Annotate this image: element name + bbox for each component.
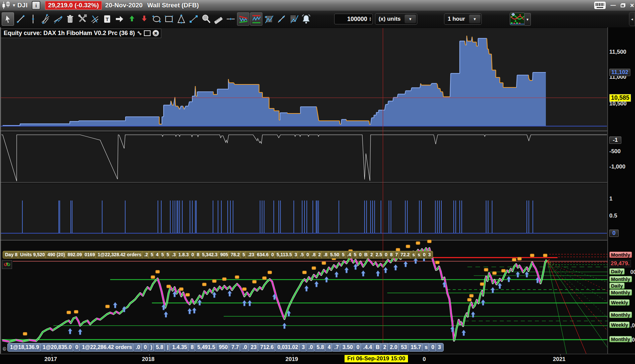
order-label-badge[interactable]: 5,342.3 [200,251,220,259]
units-dropdown[interactable]: (x) units ▼ [375,13,417,25]
year-tick [560,354,561,356]
order-label-badge[interactable]: 3 [426,251,433,259]
tool-text-button[interactable]: T [101,13,113,25]
info-icon[interactable]: i [32,1,40,10]
order-label-badge[interactable]: 892.09 [65,251,84,259]
position-label-badge[interactable]: 1@18,136.9 [7,343,42,352]
timeframe-dropdown-arrow-icon[interactable]: ▼ [469,15,480,23]
channel-icon [53,14,63,24]
chart-stage[interactable]: Equity curve: DAX 1h FiboHam V0.2 Prc (3… [0,27,635,354]
tool-channel-button[interactable] [52,13,63,25]
order-label-badge[interactable]: 1@22,328.42 orders [95,251,144,259]
tool-arrow-right-button[interactable] [114,13,125,25]
tool-vertical-line-button[interactable] [27,13,39,25]
wrench-settings-icon[interactable]: 🔧︎ [137,30,142,36]
chart-canvas[interactable] [0,27,635,354]
quantity-input[interactable] [335,15,368,23]
position-label-badge[interactable]: 950 [216,343,230,352]
chart-style-button[interactable]: ▼ [510,13,525,25]
units-dropdown-value: (x) units [379,16,401,22]
tool-fan-lines-button[interactable] [39,13,51,25]
tool-trend-line-button[interactable] [15,13,26,25]
timeframe-dropdown-value: 1 hour [448,16,465,22]
tool-pattern-bearish-button[interactable] [237,12,249,26]
units-dropdown-arrow-icon[interactable]: ▼ [405,15,416,23]
market-name: Wall Street (DFB) [147,2,199,9]
text-icon: T [102,14,112,24]
trend-line-icon [16,14,26,24]
tool-horizontal-line-button[interactable] [225,13,236,25]
tool-alert-button[interactable] [300,13,312,25]
rectangle-icon [164,14,174,24]
keyboard-icon[interactable] [594,2,606,9]
tool-line-segment-button[interactable] [275,13,287,25]
tool-triangle-button[interactable] [175,13,187,25]
close-window-button[interactable]: ✕ [630,2,634,9]
position-label-badge[interactable]: 15.7 [408,343,424,352]
order-label-badge[interactable]: Day 8 [3,251,20,259]
collapse-panel-button[interactable]: ◄ [629,12,635,26]
minimize-button[interactable]: — [611,2,616,8]
position-label-badge[interactable]: 1@20,835.0 [40,343,74,352]
chart-style-dropdown-arrow-icon[interactable]: ▼ [524,13,531,26]
restore-window-button[interactable] [621,3,625,7]
position-label-badge[interactable]: 3.50 [340,343,356,352]
year-label: 2017 [44,356,57,363]
position-label-badge[interactable]: 712.6 [258,343,276,352]
tool-delete-button[interactable] [64,13,76,25]
settings-icon [77,14,87,24]
tool-ellipse-button[interactable] [151,13,162,25]
quantity-stepper[interactable]: ▲▼ [368,17,373,21]
window-titlebar: ▼ DJI i 29,219.0 (-0.32%) 20-Nov-2020 Wa… [0,0,635,11]
pattern-bullish-icon [251,14,261,24]
position-label-badge[interactable]: 0,031.02 [275,343,301,352]
tool-zoom-button[interactable] [200,13,212,25]
candlestick-logo-icon [1,1,11,9]
remove-lines-icon [90,14,100,24]
tool-resize-button[interactable] [188,13,199,25]
tool-settings-button[interactable] [76,13,88,25]
tool-pattern-bullish-button[interactable] [250,12,262,26]
year-tick [149,354,150,356]
zoom-icon [201,14,211,24]
tool-indicator-list-button[interactable] [288,13,299,25]
tool-remove-lines-button[interactable] [89,13,100,25]
panel-window-icon[interactable] [144,30,151,36]
tool-arrow-up-button[interactable] [126,13,138,25]
position-label-badge[interactable]: 1.4.35 [170,343,190,352]
timeframe-dropdown[interactable]: 1 hour ▼ [444,13,482,25]
time-axis[interactable]: 2017201820192021Fri 06-Sep-2019 15:000 [0,354,635,364]
drawing-tools-group: T [1,12,312,26]
trading-app-window: ▼ DJI i 29,219.0 (-0.32%) 20-Nov-2020 Wa… [0,0,635,364]
equity-curve-title-box[interactable]: Equity curve: DAX 1h FiboHam V0.2 Prc (3… [1,29,161,38]
symbol-dropdown-caret-icon[interactable]: ▼ [12,3,16,8]
tool-rectangle-button[interactable] [163,13,175,25]
order-label-badge[interactable]: Units 9,520 [18,251,47,259]
equity-curve-title: Equity curve: DAX 1h FiboHam V0.2 Prc (3… [4,30,135,37]
symbol-name: DJI [17,2,28,9]
tool-indicator-add-button[interactable] [263,13,275,25]
price-change-badge: 29,219.0 (-0.32%) [45,1,102,10]
arrow-up-icon [127,14,137,24]
year-label: 2019 [285,356,298,363]
position-label-badge[interactable]: .4.4 [361,343,375,352]
close-indicator-icon[interactable]: ✖ [153,30,159,36]
order-label-badge[interactable]: 5,113.5 [274,251,294,259]
select-icon [3,14,13,24]
order-label-badge[interactable]: 490 (20) [45,251,67,259]
indicator-list-icon [289,14,299,24]
tool-ruler-button[interactable] [212,13,224,25]
position-label-badge[interactable]: 5,491.5 [195,343,218,352]
position-label-badge[interactable]: 3 [435,343,444,352]
ruler-icon [213,14,223,24]
tool-arrow-down-button[interactable] [138,13,150,25]
toolbar: T ▲▼ (x) units ▼ 1 hour ▼ [0,11,635,28]
quote-date: 20-Nov-2020 [105,2,143,9]
year-tick [52,354,52,356]
tool-select-button[interactable] [2,12,14,26]
svg-text:T: T [105,16,109,22]
order-label-badge[interactable]: 634.6 [255,251,271,259]
year-label: 2021 [553,356,566,363]
triangle-icon [176,14,186,24]
position-label-badge[interactable]: 1@22,286.42 orders [79,343,135,352]
